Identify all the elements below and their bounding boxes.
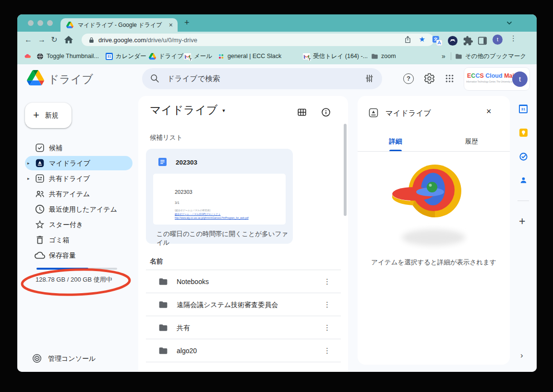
settings-gear-icon[interactable] <box>423 72 435 84</box>
folder-name: algo20 <box>177 339 197 362</box>
folder-name: Notebooks <box>177 270 209 293</box>
translate-icon[interactable] <box>432 36 443 46</box>
more-actions-kebab-icon[interactable]: ⋮ <box>324 316 331 339</box>
scrollbar-thumb[interactable] <box>344 124 347 216</box>
bookmark-star-icon[interactable]: ★ <box>419 35 425 44</box>
sidebar-item-label: 共有アイテム <box>49 186 90 202</box>
account-badge-logo: ECCS Cloud Mail <box>467 72 511 79</box>
search-options-tune-icon[interactable] <box>364 73 374 83</box>
bookmark-inbox[interactable]: 7 受信トレイ (164) -... <box>303 50 368 62</box>
info-icon[interactable] <box>321 107 331 118</box>
sidebar-item-admin-console[interactable]: 管理コンソール <box>17 351 138 366</box>
add-side-app-button[interactable]: + <box>519 215 525 228</box>
search-bar[interactable]: ドライブで検索 <box>142 68 382 89</box>
address-bar[interactable]: drive.google.com /drive/u/0/my-drive ★ <box>82 34 434 46</box>
sidebar-item-starred[interactable]: スター付き <box>17 217 138 232</box>
sidebar-item-shared-with-me[interactable]: 共有アイテム <box>17 186 138 202</box>
trash-icon <box>35 235 45 245</box>
column-header-name[interactable]: 名前 <box>150 257 163 266</box>
tab-search-chevron-icon[interactable] <box>506 20 513 26</box>
details-panel: マイドライブ × 詳細 履歴 アイテムを選択すると詳細が表示されます <box>358 96 510 365</box>
bookmark-drive[interactable]: ドライブ <box>149 50 183 62</box>
traffic-minimize-button[interactable] <box>37 20 43 26</box>
extension-badge-icon[interactable] <box>447 36 458 46</box>
sidebar-item-trash[interactable]: ゴミ箱 <box>17 232 138 248</box>
unread-badge: 7 <box>189 58 192 61</box>
tab-strip: マイドライブ - Google ドライブ × + <box>17 14 537 32</box>
sidebar-item-storage[interactable]: 保存容量 <box>17 248 138 263</box>
bookmark-label: カレンダー <box>116 52 146 60</box>
page-title[interactable]: マイドライブ▾ <box>150 103 225 118</box>
calendar-side-icon[interactable]: 31 <box>519 105 528 113</box>
sidebar-item-label: スター付き <box>49 217 83 232</box>
contacts-side-icon[interactable] <box>519 176 528 185</box>
more-actions-kebab-icon[interactable]: ⋮ <box>324 270 331 293</box>
empty-state-text: アイテムを選択すると詳細が表示されます <box>358 258 510 267</box>
forward-button[interactable]: → <box>36 35 47 45</box>
tab-title: マイドライブ - Google ドライブ <box>78 21 166 29</box>
google-apps-grid-icon[interactable] <box>445 73 455 83</box>
storage-progress-bar <box>36 268 117 270</box>
keep-side-icon[interactable] <box>519 129 528 137</box>
tab-activity[interactable]: 履歴 <box>433 137 509 146</box>
browser-window: マイドライブ - Google ドライブ × + ← → ↻ drive.goo… <box>17 14 537 372</box>
bookmark-mail[interactable]: 7 メール <box>184 50 212 62</box>
browser-profile-avatar[interactable]: t <box>493 35 503 45</box>
tab-details[interactable]: 詳細 <box>358 137 433 146</box>
share-icon[interactable] <box>404 36 412 44</box>
help-button[interactable]: ? <box>403 73 414 84</box>
sidebar-item-label: 管理コンソール <box>48 351 96 366</box>
traffic-close-button[interactable] <box>28 20 34 26</box>
calendar-favicon-icon: 31 <box>106 53 113 60</box>
bookmark-toggle-thumbnail[interactable]: Toggle Thumbnail... <box>36 50 99 62</box>
tasks-side-icon[interactable] <box>519 152 528 161</box>
bookmarks-overflow-icon[interactable]: » <box>442 50 445 62</box>
sidebar-item-shared-drives[interactable]: ▸ 共有ドライブ <box>17 171 138 186</box>
close-icon[interactable]: × <box>486 107 492 117</box>
extensions-puzzle-icon[interactable] <box>463 36 473 46</box>
bookmark-slack[interactable]: general | ECC Slack <box>217 50 281 62</box>
bookmark-label: general | ECC Slack <box>228 53 281 59</box>
bookmark-calendar[interactable]: 31 カレンダー <box>106 50 146 62</box>
side-panel-icon[interactable] <box>477 36 488 46</box>
sidebar-item-my-drive[interactable]: ▸ マイドライブ <box>17 155 138 171</box>
side-strip-divider <box>517 201 529 201</box>
sidebar-item-label: マイドライブ <box>49 155 90 171</box>
account-badge-subtext: Information Technology Center, The Unive… <box>466 81 512 83</box>
expand-arrow-icon[interactable]: ▸ <box>27 155 30 171</box>
expand-arrow-icon[interactable]: ▸ <box>27 171 30 186</box>
file-row-committee[interactable]: 遠隔会議システム技術審査委員会 ⋮ <box>138 293 348 316</box>
drive-logo-icon[interactable] <box>27 70 44 85</box>
tab-close-icon[interactable]: × <box>169 21 173 29</box>
details-panel-title: マイドライブ <box>385 108 431 119</box>
sidebar-item-label: ゴミ箱 <box>49 232 70 248</box>
new-button[interactable]: + 新規 <box>25 103 72 128</box>
bookmark-cloud[interactable] <box>24 50 31 62</box>
bookmark-zoom-folder[interactable]: zoom <box>371 50 396 62</box>
more-actions-kebab-icon[interactable]: ⋮ <box>324 339 331 362</box>
search-icon <box>150 73 160 83</box>
back-button[interactable]: ← <box>23 35 34 45</box>
folder-icon <box>158 323 168 333</box>
new-tab-button[interactable]: + <box>184 18 190 28</box>
chevron-down-icon[interactable]: ▾ <box>222 107 225 114</box>
sidebar-item-suggested[interactable]: 候補 <box>17 140 138 155</box>
home-button[interactable] <box>63 35 74 45</box>
suggested-file-card[interactable]: 202303 202303 3/1 (組合せゲームとパズルの研究会) 組合せゲー… <box>146 149 293 244</box>
my-drive-icon <box>35 158 45 168</box>
file-row-algo20[interactable]: algo20 ⋮ <box>138 339 348 362</box>
more-actions-kebab-icon[interactable]: ⋮ <box>324 293 331 316</box>
traffic-zoom-button[interactable] <box>47 20 53 26</box>
drive-profile-avatar[interactable]: t <box>512 71 528 87</box>
collapse-side-panel-icon[interactable]: › <box>520 351 523 360</box>
slack-favicon-icon <box>217 53 225 60</box>
account-badge[interactable]: ECCS Cloud Mail Information Technology C… <box>464 67 530 91</box>
reload-button[interactable]: ↻ <box>49 35 60 45</box>
file-row-notebooks[interactable]: Notebooks ⋮ <box>138 270 348 293</box>
grid-view-icon[interactable] <box>297 107 307 118</box>
browser-menu-kebab-icon[interactable]: ⋮ <box>510 34 517 43</box>
file-row-shared[interactable]: 共有 ⋮ <box>138 316 348 339</box>
sidebar-item-recent[interactable]: 最近使用したアイテム <box>17 202 138 217</box>
bookmark-other-folder[interactable]: その他のブックマーク <box>455 50 526 62</box>
tab-my-drive[interactable]: マイドライブ - Google ドライブ × <box>60 18 178 32</box>
